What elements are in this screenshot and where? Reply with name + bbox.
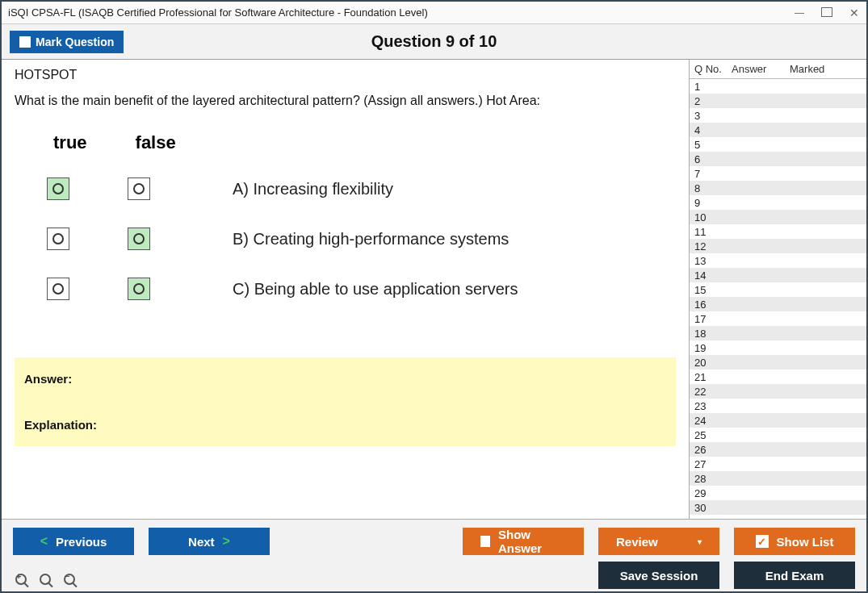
save-session-label: Save Session xyxy=(620,569,698,583)
option-a-true-radio[interactable] xyxy=(47,177,69,200)
footer-button-row-2: + − Save Session End Exam xyxy=(13,562,855,589)
option-b-true-radio[interactable] xyxy=(47,228,69,250)
qlist-row-number: 15 xyxy=(694,284,732,296)
mark-question-button[interactable]: Mark Question xyxy=(10,31,124,53)
main-area: HOTSPOT What is the main benefit of the … xyxy=(2,60,866,519)
qlist-row-number: 1 xyxy=(694,81,732,93)
qlist-row-number: 17 xyxy=(694,313,732,325)
save-session-button[interactable]: Save Session xyxy=(598,562,719,589)
qlist-row[interactable]: 9 xyxy=(690,195,866,210)
qlist-row-number: 10 xyxy=(694,211,732,223)
window-title: iSQI CPSA-FL (ISAQB Certified Profession… xyxy=(8,6,794,19)
qlist-row[interactable]: 21 xyxy=(690,370,866,384)
qlist-row[interactable]: 7 xyxy=(690,166,866,181)
close-icon[interactable] xyxy=(849,7,860,19)
qlist-row-number: 25 xyxy=(694,429,732,441)
qlist-row[interactable]: 20 xyxy=(690,355,866,370)
option-a-false-radio[interactable] xyxy=(128,177,150,200)
qlist-row[interactable]: 18 xyxy=(690,326,866,340)
qlist-row-number: 13 xyxy=(694,255,732,267)
qlist-row-number: 2 xyxy=(694,95,732,107)
qlist-row-number: 16 xyxy=(694,299,732,311)
qlist-row[interactable]: 6 xyxy=(690,152,866,166)
qlist-row[interactable]: 22 xyxy=(690,384,866,399)
qlist-row-number: 11 xyxy=(694,226,732,238)
previous-button[interactable]: < Previous xyxy=(13,528,134,555)
maximize-icon[interactable] xyxy=(821,7,832,19)
qlist-row[interactable]: 24 xyxy=(690,413,866,428)
qlist-header-qno: Q No. xyxy=(694,63,732,75)
option-b-false-radio[interactable] xyxy=(128,228,150,250)
checkbox-checked-icon: ✓ xyxy=(756,535,769,548)
option-c-true-radio[interactable] xyxy=(47,278,69,300)
qlist-row-number: 5 xyxy=(694,139,732,151)
qlist-row-number: 6 xyxy=(694,153,732,165)
options-header: true false xyxy=(53,132,676,153)
qlist-row[interactable]: 29 xyxy=(690,486,866,500)
qlist-row[interactable]: 25 xyxy=(690,428,866,442)
option-c-false-radio[interactable] xyxy=(128,278,150,300)
qlist-row[interactable]: 8 xyxy=(690,181,866,195)
checkbox-icon xyxy=(480,536,490,547)
option-b-label: B) Creating high-performance systems xyxy=(233,230,509,248)
qlist-row-number: 18 xyxy=(694,328,732,340)
option-c-label: C) Being able to use application servers xyxy=(233,280,518,299)
qlist-header-answer: Answer xyxy=(732,63,790,75)
qlist-row[interactable]: 17 xyxy=(690,311,866,326)
qlist-row-number: 19 xyxy=(694,342,732,354)
qlist-row-number: 24 xyxy=(694,415,732,427)
qlist-row-number: 9 xyxy=(694,197,732,209)
show-answer-button[interactable]: Show Answer xyxy=(463,528,584,555)
zoom-controls: + − xyxy=(13,571,78,587)
qlist-row[interactable]: 2 xyxy=(690,94,866,108)
chevron-right-icon: > xyxy=(223,534,230,549)
qlist-row[interactable]: 28 xyxy=(690,471,866,486)
qlist-row[interactable]: 15 xyxy=(690,282,866,297)
zoom-in-icon[interactable]: + xyxy=(13,571,29,587)
show-list-button[interactable]: ✓ Show List xyxy=(734,528,855,555)
options-area: true false A) Increasing flexibility xyxy=(47,132,676,328)
minimize-icon[interactable] xyxy=(794,8,805,18)
review-button[interactable]: Review ▾ xyxy=(598,528,719,555)
zoom-reset-icon[interactable] xyxy=(37,571,53,587)
footer-button-row: < Previous Next > Show Answer Review ▾ ✓… xyxy=(13,528,855,555)
chevron-left-icon: < xyxy=(40,534,48,549)
qlist-row[interactable]: 14 xyxy=(690,268,866,282)
qlist-row[interactable]: 3 xyxy=(690,108,866,123)
qlist-row[interactable]: 5 xyxy=(690,137,866,152)
option-row-c: C) Being able to use application servers xyxy=(47,278,676,300)
qlist-row[interactable]: 4 xyxy=(690,123,866,137)
end-exam-button[interactable]: End Exam xyxy=(734,562,855,589)
zoom-out-icon[interactable]: − xyxy=(61,571,78,587)
qlist-row[interactable]: 30 xyxy=(690,500,866,515)
checkbox-icon xyxy=(19,36,31,48)
qlist-row[interactable]: 26 xyxy=(690,442,866,457)
qlist-row-number: 7 xyxy=(694,168,732,180)
previous-label: Previous xyxy=(56,535,107,549)
qlist-row[interactable]: 19 xyxy=(690,340,866,355)
dropdown-caret-icon: ▾ xyxy=(698,537,702,546)
qlist-row-number: 12 xyxy=(694,240,732,253)
qlist-row[interactable]: 27 xyxy=(690,457,866,471)
show-answer-label: Show Answer xyxy=(498,528,566,555)
qlist-row[interactable]: 23 xyxy=(690,399,866,413)
qlist-row[interactable]: 16 xyxy=(690,297,866,311)
qlist-row[interactable]: 11 xyxy=(690,224,866,239)
answer-explanation-box: Answer: Explanation: xyxy=(15,357,676,446)
qlist-row-number: 23 xyxy=(694,400,732,412)
qlist-row-number: 20 xyxy=(694,357,732,369)
next-button[interactable]: Next > xyxy=(149,528,270,555)
qlist-row[interactable]: 13 xyxy=(690,253,866,268)
qlist-row[interactable]: 1 xyxy=(690,79,866,94)
qlist-row-number: 3 xyxy=(694,110,732,122)
question-list-body[interactable]: 1234567891011121314151617181920212223242… xyxy=(690,79,866,519)
explanation-label: Explanation: xyxy=(24,418,666,432)
qlist-row[interactable]: 10 xyxy=(690,210,866,224)
qlist-row[interactable]: 12 xyxy=(690,239,866,253)
end-exam-label: End Exam xyxy=(765,569,824,583)
qlist-row-number: 27 xyxy=(694,458,732,470)
header-bar: Mark Question Question 9 of 10 xyxy=(2,24,866,60)
titlebar: iSQI CPSA-FL (ISAQB Certified Profession… xyxy=(2,2,866,24)
qlist-header-marked: Marked xyxy=(790,63,862,75)
show-list-label: Show List xyxy=(777,535,834,549)
